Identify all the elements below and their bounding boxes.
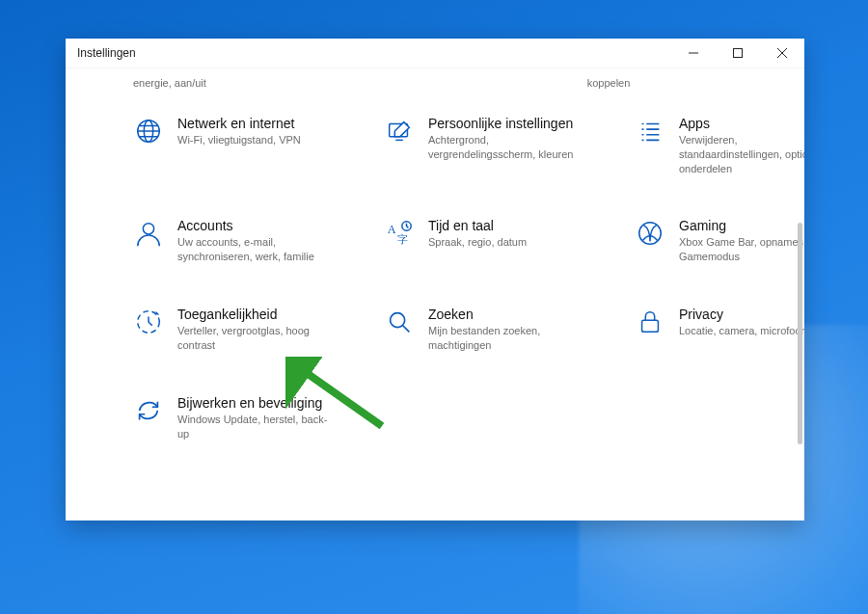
- tile-title: Netwerk en internet: [177, 116, 301, 131]
- tile-subtitle: Windows Update, herstel, back-up: [177, 413, 336, 441]
- tile-subtitle: Wi-Fi, vliegtuigstand, VPN: [177, 133, 301, 147]
- partial-previous-row: energie, aan/uit koppelen: [133, 68, 766, 91]
- tile-accounts[interactable]: Accounts Uw accounts, e-mail, synchronis…: [133, 218, 336, 264]
- tile-search[interactable]: Zoeken Mijn bestanden zoeken, machtiging…: [384, 307, 586, 353]
- partial-tile-subtitle: koppelen: [587, 76, 766, 91]
- tile-privacy[interactable]: Privacy Locatie, camera, microfoon: [635, 307, 804, 353]
- settings-content: energie, aan/uit koppelen Netwerk en int…: [66, 68, 804, 521]
- tile-title: Apps: [679, 116, 804, 131]
- tile-title: Gaming: [679, 218, 804, 233]
- tile-title: Accounts: [177, 218, 336, 233]
- svg-text:A: A: [388, 223, 396, 236]
- tile-subtitle: Spraak, regio, datum: [428, 235, 527, 250]
- personalization-icon: [384, 116, 415, 147]
- settings-window: Instellingen energie, aan/uit koppelen: [66, 39, 804, 521]
- tile-title: Persoonlijke instellingen: [428, 116, 586, 131]
- tile-title: Toegankelijkheid: [177, 307, 336, 322]
- settings-grid: Netwerk en internet Wi-Fi, vliegtuigstan…: [133, 116, 766, 441]
- tile-subtitle: Verwijderen, standaardinstellingen, opti…: [679, 133, 804, 176]
- search-icon: [384, 307, 415, 337]
- svg-point-4: [143, 224, 153, 234]
- svg-text:字: 字: [397, 234, 408, 246]
- update-sync-icon: [133, 395, 164, 426]
- apps-list-icon: [635, 116, 665, 147]
- minimize-button[interactable]: [671, 39, 716, 67]
- lock-icon: [635, 307, 665, 337]
- tile-gaming[interactable]: Gaming Xbox Game Bar, opnames, Gamemodus: [635, 218, 804, 264]
- window-controls: [671, 39, 804, 67]
- close-button[interactable]: [760, 39, 804, 67]
- maximize-button[interactable]: [716, 39, 760, 67]
- partial-tile-subtitle: energie, aan/uit: [133, 76, 312, 91]
- tile-title: Privacy: [679, 307, 804, 322]
- ease-of-access-icon: [133, 307, 164, 337]
- svg-point-10: [391, 313, 405, 328]
- person-icon: [133, 218, 164, 249]
- partial-tile-subtitle: [360, 76, 538, 91]
- tile-apps[interactable]: Apps Verwijderen, standaardinstellingen,…: [635, 116, 804, 176]
- tile-title: Tijd en taal: [428, 218, 527, 233]
- window-title: Instellingen: [77, 46, 136, 60]
- tile-title: Zoeken: [428, 307, 586, 322]
- tile-subtitle: Uw accounts, e-mail, synchroniseren, wer…: [177, 235, 336, 264]
- titlebar: Instellingen: [66, 39, 804, 68]
- svg-rect-11: [642, 320, 659, 332]
- tile-subtitle: Achtergrond, vergrendelingsscherm, kleur…: [428, 133, 586, 162]
- tile-subtitle: Verteller, vergrootglas, hoog contrast: [177, 324, 336, 353]
- tile-subtitle: Locatie, camera, microfoon: [679, 324, 804, 338]
- tile-title: Bijwerken en beveiliging: [177, 395, 336, 411]
- svg-rect-0: [734, 49, 743, 58]
- xbox-icon: [635, 218, 665, 249]
- tile-ease-of-access[interactable]: Toegankelijkheid Verteller, vergrootglas…: [133, 307, 336, 353]
- tile-personalization[interactable]: Persoonlijke instellingen Achtergrond, v…: [384, 116, 586, 176]
- time-language-icon: A 字: [384, 218, 415, 249]
- tile-time-language[interactable]: A 字 Tijd en taal Spraak, regio, datum: [384, 218, 586, 264]
- tile-update-security[interactable]: Bijwerken en beveiliging Windows Update,…: [133, 395, 336, 441]
- tile-subtitle: Xbox Game Bar, opnames, Gamemodus: [679, 235, 804, 264]
- globe-icon: [133, 116, 164, 147]
- tile-network[interactable]: Netwerk en internet Wi-Fi, vliegtuigstan…: [133, 116, 336, 176]
- vertical-scrollbar[interactable]: [798, 223, 802, 444]
- tile-subtitle: Mijn bestanden zoeken, machtigingen: [428, 324, 586, 353]
